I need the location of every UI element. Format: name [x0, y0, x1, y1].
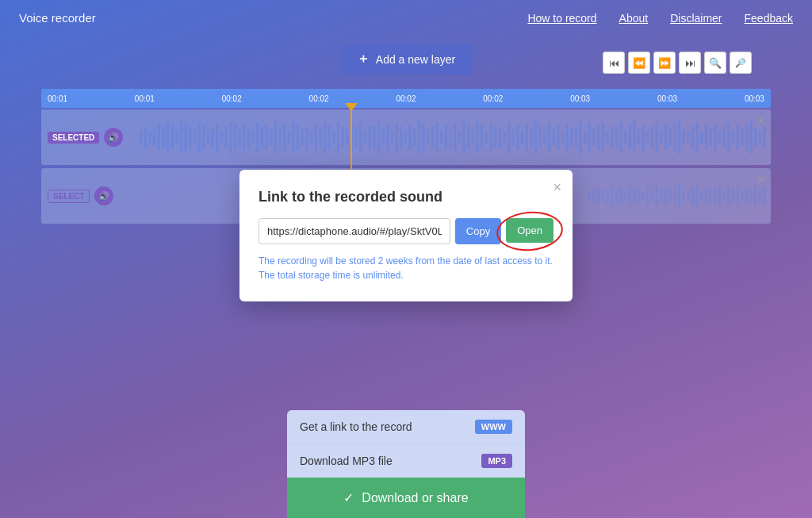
svg-rect-6 [167, 122, 169, 152]
svg-rect-143 [602, 190, 604, 201]
zoom-in-button[interactable]: 🔍 [704, 52, 726, 74]
svg-rect-155 [656, 185, 658, 207]
svg-rect-100 [588, 122, 591, 152]
svg-rect-33 [288, 130, 290, 144]
svg-rect-62 [418, 121, 420, 154]
add-layer-label: Add a new layer [376, 53, 455, 66]
svg-rect-30 [274, 121, 277, 154]
svg-rect-11 [189, 126, 191, 148]
svg-rect-166 [705, 186, 707, 205]
track-1-close-button[interactable]: ✕ [756, 114, 766, 127]
svg-rect-15 [207, 130, 209, 144]
svg-rect-117 [665, 125, 667, 149]
svg-rect-146 [615, 189, 618, 202]
svg-rect-94 [561, 132, 564, 143]
svg-rect-9 [180, 121, 182, 154]
svg-rect-109 [629, 125, 631, 149]
svg-rect-138 [759, 132, 761, 143]
svg-rect-3 [153, 129, 155, 146]
nav-about[interactable]: About [619, 12, 649, 25]
svg-rect-25 [251, 130, 254, 144]
svg-rect-86 [526, 124, 528, 152]
svg-rect-120 [678, 121, 680, 154]
svg-rect-126 [705, 125, 707, 149]
open-button[interactable]: Open [506, 218, 553, 243]
link-modal: Link to the recorded sound × Copy Open T… [239, 170, 573, 301]
rewind-button[interactable]: ⏪ [628, 52, 650, 74]
svg-rect-20 [229, 121, 232, 154]
modal-close-button[interactable]: × [553, 179, 561, 196]
svg-rect-119 [673, 124, 676, 152]
track-2-close-button[interactable]: ✕ [756, 173, 766, 186]
copy-button[interactable]: Copy [455, 218, 501, 244]
svg-rect-89 [538, 126, 541, 148]
svg-rect-114 [651, 126, 653, 148]
nav-disclaimer[interactable]: Disclaimer [670, 12, 722, 25]
svg-rect-17 [216, 124, 218, 152]
svg-rect-123 [691, 126, 694, 148]
svg-rect-142 [597, 186, 599, 205]
svg-rect-43 [332, 130, 335, 144]
zoom-controls: ⏮ ⏪ ⏩ ⏭ 🔍 🔎 [603, 52, 752, 74]
timeline-ruler: 00:01 00:01 00:02 00:02 00:02 00:02 00:0… [41, 89, 771, 108]
svg-rect-144 [606, 188, 608, 205]
svg-rect-87 [530, 128, 532, 147]
download-mp3-label: Download MP3 file [300, 455, 393, 467]
bottom-panel: Get a link to the record WWW Download MP… [0, 410, 812, 518]
track-1-volume-icon[interactable]: 🔊 [104, 128, 123, 147]
svg-rect-153 [646, 186, 649, 205]
svg-rect-96 [570, 128, 573, 147]
nav-feedback[interactable]: Feedback [745, 12, 793, 25]
svg-rect-0 [140, 130, 142, 144]
svg-rect-64 [427, 129, 429, 146]
svg-rect-121 [683, 129, 685, 146]
link-input[interactable] [259, 218, 450, 244]
select-badge[interactable]: SELECT [48, 190, 90, 203]
svg-rect-49 [359, 122, 362, 152]
header: Voice recorder How to record About Discl… [0, 0, 812, 36]
svg-rect-149 [629, 185, 631, 207]
add-layer-button[interactable]: ＋ Add a new layer [339, 44, 473, 75]
svg-rect-79 [494, 128, 496, 147]
svg-rect-97 [575, 126, 577, 148]
nav-how-to-record[interactable]: How to record [527, 12, 596, 25]
track-2-volume-icon[interactable]: 🔊 [94, 186, 113, 205]
svg-rect-37 [305, 126, 308, 148]
skip-end-button[interactable]: ⏭ [679, 52, 701, 74]
svg-rect-31 [278, 126, 281, 148]
svg-rect-75 [476, 122, 478, 152]
svg-rect-73 [467, 126, 469, 148]
plus-icon: ＋ [357, 51, 370, 67]
svg-rect-60 [408, 125, 411, 149]
svg-rect-44 [337, 121, 339, 154]
zoom-out-button[interactable]: 🔎 [730, 52, 752, 74]
svg-rect-171 [727, 185, 730, 207]
track-1-waveform[interactable] [136, 113, 771, 161]
track-2-label: SELECT 🔊 [41, 186, 136, 205]
svg-rect-56 [391, 132, 393, 143]
skip-start-button[interactable]: ⏮ [603, 52, 625, 74]
get-link-option[interactable]: Get a link to the record WWW [287, 410, 525, 444]
svg-rect-175 [745, 188, 748, 205]
svg-rect-163 [691, 188, 694, 205]
svg-rect-93 [557, 125, 559, 149]
fast-forward-button[interactable]: ⏩ [653, 52, 676, 74]
svg-rect-110 [633, 121, 635, 154]
selected-badge[interactable]: SELECTED [48, 132, 99, 144]
svg-rect-108 [624, 130, 626, 144]
svg-rect-42 [328, 125, 331, 149]
svg-rect-88 [534, 121, 537, 154]
svg-rect-167 [709, 189, 711, 202]
svg-rect-13 [198, 122, 201, 152]
svg-rect-107 [619, 122, 622, 152]
svg-rect-39 [315, 124, 317, 152]
download-mp3-option[interactable]: Download MP3 file MP3 [287, 444, 525, 478]
svg-rect-137 [754, 128, 756, 147]
svg-rect-124 [695, 122, 698, 152]
svg-rect-136 [749, 121, 752, 154]
download-share-button[interactable]: ✓ Download or share [287, 478, 525, 518]
svg-rect-161 [683, 189, 685, 202]
svg-rect-164 [695, 185, 698, 207]
svg-rect-12 [193, 129, 196, 146]
svg-rect-125 [700, 130, 703, 144]
